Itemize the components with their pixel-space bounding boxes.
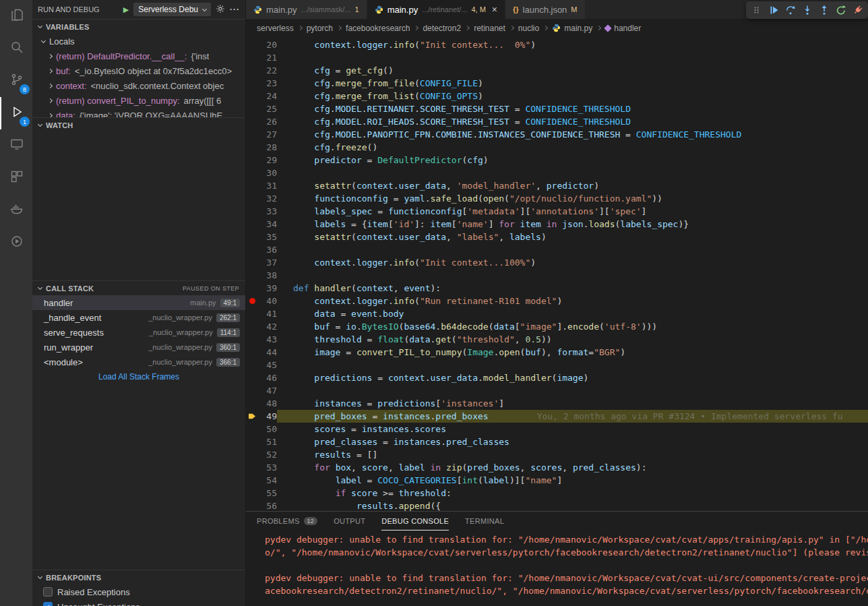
code-line[interactable]: 48 instances = predictions['instances'] xyxy=(246,397,868,410)
code-line[interactable]: 38 xyxy=(246,269,868,282)
editor[interactable]: 20 context.logger.info("Init context... … xyxy=(246,37,868,511)
close-icon[interactable]: × xyxy=(492,5,497,14)
code-line[interactable]: 44 image = convert_PIL_to_numpy(Image.op… xyxy=(246,346,868,359)
code-line[interactable]: 53 for box, score, label in zip(pred_box… xyxy=(246,461,868,474)
breadcrumb-item[interactable]: serverless xyxy=(257,24,294,33)
breadcrumb-item[interactable]: nuclio xyxy=(518,24,539,33)
frame-name: <module> xyxy=(44,357,83,367)
panel-tab-label: OUTPUT xyxy=(334,517,365,525)
code-line[interactable]: 43 threshold = float(data.get("threshold… xyxy=(246,333,868,346)
restart-button[interactable] xyxy=(832,2,849,18)
code-line[interactable]: 24 cfg.merge_from_list(CONFIG_OPTS) xyxy=(246,90,868,102)
code-line[interactable]: 34 labels = {item['id']: item['name'] fo… xyxy=(246,218,868,231)
breadcrumb-item[interactable]: main.py xyxy=(564,24,592,33)
call-stack-section-header[interactable]: CALL STACK PAUSED ON STEP xyxy=(32,280,245,295)
line-text: context.logger.info("Init context... 0%"… xyxy=(277,38,868,51)
variable-row[interactable]: (return) DefaultPredictor.__call__:{'ins… xyxy=(32,49,245,63)
code-line[interactable]: 55 if score >= threshold: xyxy=(246,487,868,499)
code-line[interactable]: 40 context.logger.info("Run retinanet-R1… xyxy=(246,295,868,307)
code-line[interactable]: 30 xyxy=(246,166,868,179)
code-line[interactable]: 22 cfg = get_cfg() xyxy=(246,64,868,77)
watch-section-header[interactable]: WATCH xyxy=(32,117,245,132)
code-line[interactable]: 29 predictor = DefaultPredictor(cfg) xyxy=(246,154,868,166)
stack-frame[interactable]: serve_requests_nuclio_wrapper.py114:1 xyxy=(32,325,245,340)
code-line[interactable]: 41 data = event.body xyxy=(246,307,868,320)
sidebar-item-explorer[interactable] xyxy=(0,0,32,32)
code-line[interactable]: 32 functionconfig = yaml.safe_load(open(… xyxy=(246,192,868,205)
gutter xyxy=(246,320,258,333)
sidebar-item-run-and-debug[interactable]: 1 xyxy=(0,97,32,129)
code-line[interactable]: 51 pred_classes = instances.pred_classes xyxy=(246,435,868,448)
launch-config-dropdown[interactable]: Serverless Debu xyxy=(133,3,211,16)
breadcrumb-item[interactable]: pytorch xyxy=(307,24,333,33)
code-line[interactable]: 52 results = [] xyxy=(246,448,868,461)
variable-row[interactable]: data:{'image': 'iVBOR.OXG=AAAANSUhE xyxy=(32,108,245,117)
variable-row[interactable]: context:<nuclio_sdk.context.Context obje… xyxy=(32,78,245,93)
step-over-button[interactable] xyxy=(782,2,799,18)
panel-tab-output[interactable]: OUTPUT xyxy=(334,512,365,531)
continue-button[interactable] xyxy=(765,2,782,18)
code-line[interactable]: 56 results.append({ xyxy=(246,499,868,511)
sidebar-item-docker[interactable] xyxy=(0,194,32,226)
code-line[interactable]: 23 cfg.merge_from_file(CONFIG_FILE) xyxy=(246,77,868,90)
scope-locals[interactable]: Locals xyxy=(32,34,245,49)
editor-tab[interactable]: main.py.../retinanet/...4, M× xyxy=(367,0,505,19)
code-line[interactable]: 49 pred_boxes = instances.pred_boxesYou,… xyxy=(246,410,868,423)
breakpoint-row[interactable]: Raised Exceptions xyxy=(32,584,245,599)
breadcrumb-item[interactable]: detectron2 xyxy=(423,24,461,33)
panel-tab-debug-console[interactable]: DEBUG CONSOLE xyxy=(381,512,449,531)
breakpoint-row[interactable]: ✓Uncaught Exceptions xyxy=(32,599,245,606)
step-into-button[interactable] xyxy=(799,2,815,18)
code-line[interactable]: 45 xyxy=(246,359,868,371)
variable-row[interactable]: (return) convert_PIL_to_numpy:array([[[ … xyxy=(32,93,245,108)
breadcrumb-item[interactable]: retinanet xyxy=(474,24,505,33)
line-text: predictions = context.user_data.model_ha… xyxy=(277,371,868,384)
toolbar-grip[interactable] xyxy=(748,2,765,18)
code-line[interactable]: 27 cfg.MODEL.PANOPTIC_FPN.COMBINE.INSTAN… xyxy=(246,128,868,141)
more-actions-icon[interactable]: ··· xyxy=(230,5,240,14)
sidebar-item-remote-explorer[interactable] xyxy=(0,129,32,162)
breakpoints-section-header[interactable]: BREAKPOINTS xyxy=(32,570,245,584)
sidebar-item-search[interactable] xyxy=(0,32,32,65)
sidebar-item-extensions[interactable] xyxy=(0,162,32,194)
panel-tab-terminal[interactable]: TERMINAL xyxy=(465,512,504,531)
stack-frame[interactable]: _handle_event_nuclio_wrapper.py262:1 xyxy=(32,310,245,325)
stack-frame[interactable]: <module>_nuclio_wrapper.py366:1 xyxy=(32,355,245,369)
code-line[interactable]: 47 xyxy=(246,384,868,397)
breadcrumb-item[interactable]: facebookresearch xyxy=(346,24,410,33)
code-line[interactable]: 36 xyxy=(246,243,868,256)
stack-frame[interactable]: run_wrapper_nuclio_wrapper.py360:1 xyxy=(32,340,245,355)
debug-console-output[interactable]: pydev debugger: unable to find translati… xyxy=(246,531,868,606)
code-line[interactable]: 35 setattr(context.user_data, "labels", … xyxy=(246,231,868,243)
start-debug-icon[interactable]: ▶ xyxy=(123,5,129,14)
code-line[interactable]: 25 cfg.MODEL.RETINANET.SCORE_THRESH_TEST… xyxy=(246,102,868,115)
stack-frame[interactable]: handlermain.py49:1 xyxy=(32,295,245,310)
code-line[interactable]: 20 context.logger.info("Init context... … xyxy=(246,38,868,51)
variable-row[interactable]: buf:<_io.BytesIO object at 0x7f5a2dc1ecc… xyxy=(32,63,245,78)
checkbox[interactable]: ✓ xyxy=(43,602,53,606)
breakpoint-dot[interactable] xyxy=(246,295,258,307)
panel-tab-problems[interactable]: PROBLEMS12 xyxy=(257,512,317,531)
code-line[interactable]: 39def handler(context, event): xyxy=(246,282,868,295)
disconnect-button[interactable] xyxy=(849,2,866,18)
code-line[interactable]: 21 xyxy=(246,51,868,64)
editor-tab[interactable]: main.py.../siammask/...1 xyxy=(246,0,367,19)
code-line[interactable]: 50 scores = instances.scores xyxy=(246,423,868,435)
code-line[interactable]: 28 cfg.freeze() xyxy=(246,141,868,154)
code-line[interactable]: 26 cfg.MODEL.ROI_HEADS.SCORE_THRESH_TEST… xyxy=(246,115,868,128)
gear-icon[interactable] xyxy=(216,4,225,16)
sidebar-item-source-control[interactable]: 8 xyxy=(0,65,32,97)
code-line[interactable]: 33 labels_spec = functionconfig['metadat… xyxy=(246,205,868,218)
checkbox[interactable] xyxy=(43,587,53,597)
editor-tab[interactable]: {}launch.jsonM xyxy=(505,0,586,19)
code-line[interactable]: 31 setattr(context.user_data, 'model_han… xyxy=(246,179,868,192)
code-line[interactable]: 37 context.logger.info("Init context...1… xyxy=(246,256,868,269)
code-line[interactable]: 46 predictions = context.user_data.model… xyxy=(246,371,868,384)
code-line[interactable]: 54 label = COCO_CATEGORIES[int(label)]["… xyxy=(246,474,868,487)
load-all-stack-frames-link[interactable]: Load All Stack Frames xyxy=(32,369,245,384)
step-out-button[interactable] xyxy=(815,2,832,18)
code-line[interactable]: 42 buf = io.BytesIO(base64.b64decode(dat… xyxy=(246,320,868,333)
sidebar-item-run-circle[interactable] xyxy=(0,226,32,259)
variables-section-header[interactable]: VARIABLES xyxy=(32,19,245,34)
breadcrumb-item[interactable]: handler xyxy=(614,24,641,33)
